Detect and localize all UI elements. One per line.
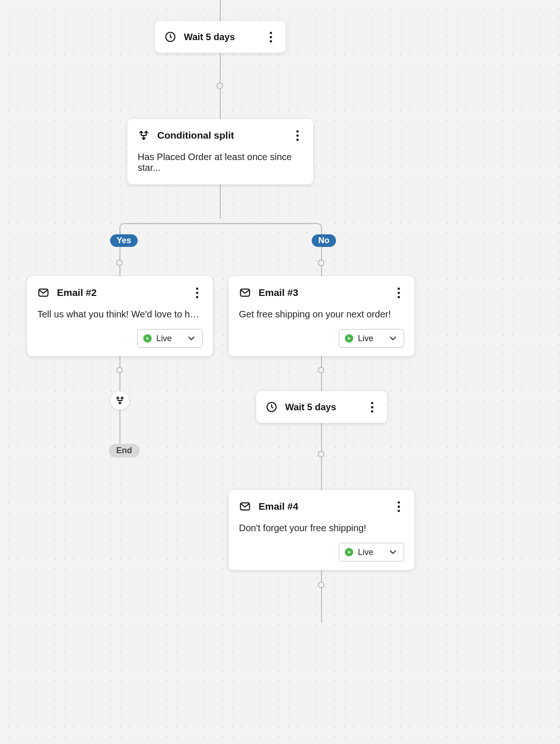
email-status-label: Live: [358, 547, 373, 557]
add-step-node[interactable]: [116, 367, 123, 373]
email-status-label: Live: [358, 334, 373, 344]
connector-line: [220, 0, 221, 21]
clock-icon: [266, 401, 278, 413]
email-icon: [37, 287, 49, 299]
split-path-indicator[interactable]: [111, 391, 129, 410]
email-status-label: Live: [156, 334, 172, 344]
end-badge: End: [109, 444, 140, 457]
conditional-split-title: Conditional split: [157, 130, 292, 141]
email-step-card-2[interactable]: Email #2 Tell us what you think! We'd lo…: [27, 276, 213, 356]
step-menu-button[interactable]: [265, 31, 276, 42]
branch-yes-badge: Yes: [110, 234, 138, 247]
step-menu-button[interactable]: [366, 401, 378, 413]
email-step-subject: Get free shipping on your next order!: [239, 309, 404, 320]
wait-step-card[interactable]: Wait 5 days: [256, 391, 387, 423]
conditional-split-card[interactable]: Conditional split Has Placed Order at le…: [127, 119, 313, 184]
add-step-node[interactable]: [318, 367, 324, 373]
chevron-down-icon: [388, 547, 398, 557]
connector-corner: [119, 223, 129, 232]
wait-step-label: Wait 5 days: [285, 402, 366, 413]
play-icon: [143, 334, 152, 343]
step-menu-button[interactable]: [393, 287, 404, 298]
chevron-down-icon: [388, 333, 398, 344]
play-icon: [345, 334, 353, 343]
wait-step-label: Wait 5 days: [184, 32, 265, 42]
email-step-title: Email #4: [259, 501, 393, 512]
play-icon: [345, 548, 353, 556]
email-status-dropdown[interactable]: Live: [339, 329, 404, 348]
step-menu-button[interactable]: [191, 287, 203, 298]
email-step-card-3[interactable]: Email #3 Get free shipping on your next …: [229, 276, 414, 356]
connector-line: [125, 223, 316, 224]
email-step-title: Email #3: [259, 287, 393, 298]
email-icon: [239, 287, 251, 299]
add-step-node[interactable]: [217, 83, 223, 89]
email-status-dropdown[interactable]: Live: [339, 543, 404, 562]
add-step-node[interactable]: [116, 260, 123, 266]
split-icon: [138, 129, 150, 141]
wait-step-card[interactable]: Wait 5 days: [155, 21, 286, 53]
add-step-node[interactable]: [318, 451, 324, 457]
add-step-node[interactable]: [318, 260, 324, 266]
email-status-dropdown[interactable]: Live: [137, 329, 203, 348]
email-icon: [239, 500, 251, 512]
step-menu-button[interactable]: [393, 501, 404, 512]
flow-canvas[interactable]: Wait 5 days Conditional split Has Placed…: [0, 0, 560, 744]
connector-line: [119, 409, 120, 444]
step-menu-button[interactable]: [292, 130, 303, 141]
conditional-split-condition: Has Placed Order at least once since sta…: [138, 152, 303, 173]
connector-line: [321, 567, 322, 623]
email-step-subject: Don't forget your free shipping!: [239, 523, 404, 533]
email-step-subject: Tell us what you think! We'd love to hea…: [37, 309, 203, 320]
connector-corner: [313, 223, 322, 232]
chevron-down-icon: [186, 333, 196, 344]
branch-no-badge: No: [312, 234, 336, 247]
email-step-card-4[interactable]: Email #4 Don't forget your free shipping…: [229, 490, 414, 570]
add-step-node[interactable]: [318, 582, 324, 588]
email-step-title: Email #2: [57, 287, 191, 298]
clock-icon: [164, 31, 176, 43]
